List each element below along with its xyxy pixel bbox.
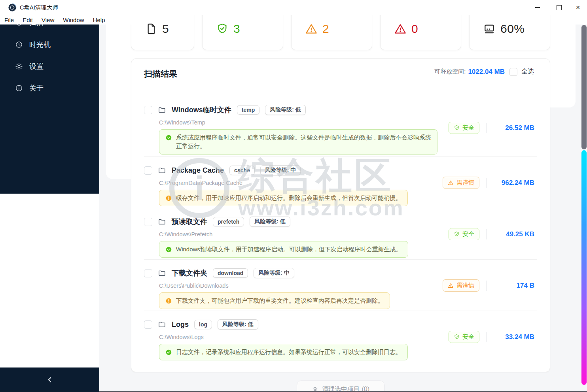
danger-count: 0 xyxy=(411,22,418,36)
item-risk-tag: 风险等级: 低 xyxy=(265,105,306,115)
scan-item-row-download: 下载文件夹 download 风险等级: 中 C:\Users\Public\D… xyxy=(144,259,537,311)
divider xyxy=(486,281,487,291)
app-logo-icon xyxy=(8,3,17,12)
warning-circle-icon xyxy=(165,195,172,202)
warning-triangle-icon xyxy=(305,23,318,35)
item-description-box: 下载文件夹，可能包含用户下载的重要文件。建议检查内容后再决定是否删除。 xyxy=(159,292,390,309)
item-risk-tag: 风险等级: 低 xyxy=(250,217,290,227)
select-all-label[interactable]: 全选 xyxy=(521,68,534,76)
folder-icon xyxy=(158,166,166,175)
clock-icon xyxy=(15,41,23,49)
folder-icon xyxy=(158,218,166,226)
item-risk-tag: 风险等级: 中 xyxy=(260,165,301,175)
menu-bar: File Edit View Window Help xyxy=(0,15,135,24)
sidebar-item-settings[interactable]: 设置 xyxy=(0,58,99,74)
item-size: 174 B xyxy=(493,282,534,290)
gear-icon xyxy=(15,62,23,70)
item-title: 预读取文件 xyxy=(172,217,207,226)
item-title: 下载文件夹 xyxy=(172,268,207,278)
sidebar-collapse-footer[interactable] xyxy=(0,368,99,392)
menu-edit[interactable]: Edit xyxy=(23,17,33,23)
sidebar-item-about[interactable]: 关于 xyxy=(0,80,99,96)
info-icon xyxy=(15,84,23,92)
item-description-box: 日志文件，记录系统和应用程序运行信息。如果系统运行正常，可以安全删除旧日志。 xyxy=(159,344,408,360)
item-type-tag: prefetch xyxy=(213,217,244,226)
item-description-box: 缓存文件，用于加速应用程序启动和运行。删除后会重新生成，但首次启动可能稍慢。 xyxy=(159,190,408,206)
caution-count: 2 xyxy=(322,22,329,36)
safety-badge: 安全 xyxy=(449,122,479,134)
scan-item-row-prefetch: 预读取文件 prefetch 风险等级: 低 C:\Windows\Prefet… xyxy=(144,208,537,259)
minimize-button[interactable] xyxy=(528,0,547,15)
divider xyxy=(486,178,487,188)
app-window: C盘AI清理大师 ✕ File Edit View Window Help 扫描… xyxy=(0,0,587,392)
free-space-label: 可释放空间: xyxy=(434,68,466,75)
scan-results-panel: 扫描结果 可释放空间: 1022.04 MB 全选 Windows临时文件 te… xyxy=(131,58,550,372)
divider xyxy=(486,229,487,239)
sidebar-item-time-machine[interactable]: 时光机 xyxy=(0,37,99,53)
free-space-value: 1022.04 MB xyxy=(468,68,505,76)
check-circle-icon xyxy=(165,349,172,356)
scan-item-row-cache: Package Cache cache 风险等级: 中 C:\ProgramDa… xyxy=(144,156,537,208)
panel-title: 扫描结果 xyxy=(144,68,177,79)
item-size: 33.24 MB xyxy=(493,333,534,341)
item-risk-tag: 风险等级: 低 xyxy=(218,319,258,330)
document-icon xyxy=(145,23,157,35)
item-size: 962.24 MB xyxy=(493,179,534,187)
safety-badge: 安全 xyxy=(449,228,479,240)
menu-help[interactable]: Help xyxy=(93,17,105,23)
folder-icon xyxy=(158,320,166,329)
window-title: C盘AI清理大师 xyxy=(20,0,58,15)
select-all-checkbox[interactable] xyxy=(509,68,517,76)
menu-view[interactable]: View xyxy=(42,17,54,23)
shield-check-icon xyxy=(454,334,460,340)
scrollbar-gradient-track[interactable] xyxy=(581,150,587,385)
check-circle-icon xyxy=(165,134,172,141)
maximize-button[interactable] xyxy=(550,0,568,15)
folder-icon xyxy=(158,106,166,114)
item-checkbox[interactable] xyxy=(144,166,152,175)
item-checkbox[interactable] xyxy=(144,106,152,114)
panel-header: 扫描结果 可释放空间: 1022.04 MB 全选 xyxy=(131,59,550,88)
clean-selected-button[interactable]: 清理选中项目 (0) xyxy=(297,381,384,392)
safety-badge: 安全 xyxy=(449,331,479,343)
item-type-tag: download xyxy=(213,268,248,278)
item-description-box: Windows预读取文件，用于加速程序启动。可以删除，但下次启动程序时会重新生成… xyxy=(159,241,408,258)
close-button[interactable]: ✕ xyxy=(569,0,587,15)
item-size: 26.52 MB xyxy=(493,124,534,132)
check-circle-icon xyxy=(165,246,172,253)
shield-check-icon xyxy=(216,23,229,35)
safe-count: 3 xyxy=(233,22,240,36)
warning-triangle-icon xyxy=(448,283,454,288)
item-type-tag: cache xyxy=(229,166,255,175)
caution-badge: 需谨慎 xyxy=(443,279,479,292)
item-title: Windows临时文件 xyxy=(172,105,231,115)
item-risk-tag: 风险等级: 中 xyxy=(254,268,294,278)
scrollbar-thumb[interactable] xyxy=(581,25,587,149)
shield-check-icon xyxy=(454,125,460,131)
divider xyxy=(486,332,487,342)
item-type-tag: log xyxy=(194,320,212,329)
title-bar: C盘AI清理大师 ✕ xyxy=(0,0,587,15)
item-checkbox[interactable] xyxy=(144,218,152,226)
sidebar-empty-area xyxy=(0,194,99,368)
shield-check-icon xyxy=(454,231,460,237)
item-title: Package Cache xyxy=(172,166,224,175)
item-size: 49.25 KB xyxy=(493,230,534,238)
scan-item-row-logs: Logs log 风险等级: 低 C:\Windows\Logs 日志文件，记录… xyxy=(144,311,537,362)
scan-item-row-temp: Windows临时文件 temp 风险等级: 低 C:\Windows\Temp… xyxy=(144,88,537,156)
disk-drive-icon xyxy=(483,23,496,35)
folder-icon xyxy=(158,269,166,277)
item-title: Logs xyxy=(172,320,189,329)
warning-triangle-icon xyxy=(448,180,454,186)
caution-badge: 需谨慎 xyxy=(443,177,479,189)
item-checkbox[interactable] xyxy=(144,320,152,329)
sidebar: 时光机 设置 关于 xyxy=(0,24,99,194)
divider xyxy=(486,123,487,133)
menu-window[interactable]: Window xyxy=(63,17,84,23)
menu-file[interactable]: File xyxy=(4,17,14,23)
item-description-box: 系统或应用程序临时文件，通常可以安全删除。这些文件是临时生成的数据，删除后不会影… xyxy=(159,129,437,155)
item-checkbox[interactable] xyxy=(144,269,152,277)
warning-circle-icon xyxy=(165,298,172,304)
item-type-tag: temp xyxy=(237,105,259,115)
alert-triangle-icon xyxy=(394,23,407,35)
